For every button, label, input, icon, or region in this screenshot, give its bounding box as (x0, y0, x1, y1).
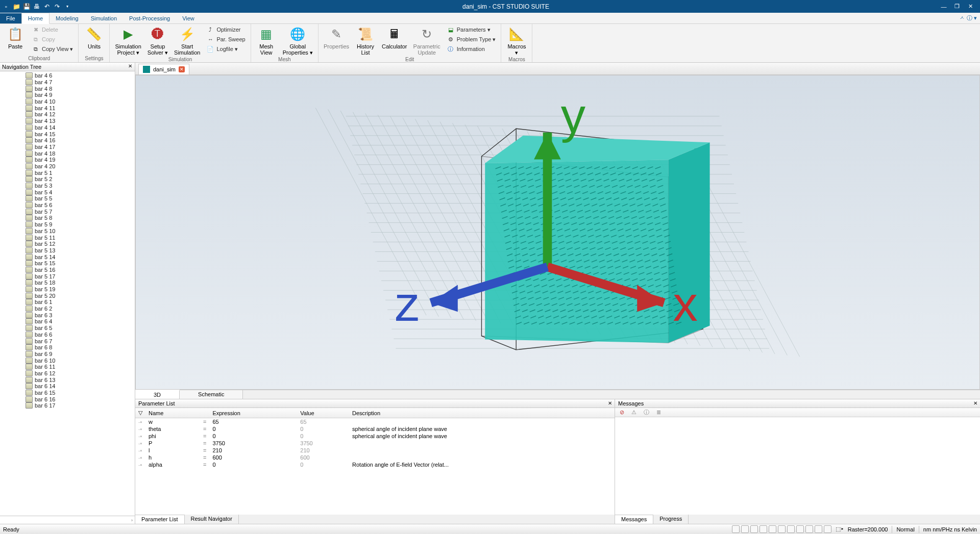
tree-item[interactable]: bar 5 9 (0, 221, 135, 228)
tree-item[interactable]: bar 4 16 (0, 137, 135, 144)
tree-item[interactable]: bar 4 9 (0, 92, 135, 98)
bottom-tab-progress[interactable]: Progress (653, 515, 689, 524)
status-units[interactable]: nm nm/PHz ns Kelvin (923, 526, 977, 532)
messages-close-icon[interactable]: ✕ (972, 400, 978, 406)
macros-button[interactable]: 📐Macros ▾ (504, 25, 529, 57)
tree-item[interactable]: bar 5 20 (0, 292, 135, 299)
tree-item[interactable]: bar 5 18 (0, 279, 135, 286)
tree-item[interactable]: bar 6 6 (0, 332, 135, 338)
problem-type-button[interactable]: ⚙Problem Type ▾ (445, 35, 498, 44)
menu-view[interactable]: View (176, 13, 201, 23)
tree-item[interactable]: bar 5 10 (0, 228, 135, 235)
parameter-row[interactable]: -×theta=00spherical angle of incident pl… (135, 425, 615, 433)
setup-solver-button[interactable]: 🅣Setup Solver ▾ (145, 25, 170, 57)
tree-item[interactable]: bar 4 20 (0, 163, 135, 170)
tree-item[interactable]: bar 6 9 (0, 351, 135, 358)
delete-button[interactable]: ✖Delete (30, 25, 75, 34)
parameter-table[interactable]: ▽ Name Expression Value Description -×w=… (135, 408, 615, 515)
tree-item[interactable]: bar 6 1 (0, 299, 135, 306)
copy-button[interactable]: ⧉Copy (30, 35, 75, 44)
tree-item[interactable]: bar 4 13 (0, 118, 135, 124)
tree-item[interactable]: bar 4 17 (0, 144, 135, 150)
help-icon[interactable]: ⓘ ▾ (967, 14, 977, 22)
parameter-row[interactable]: -×alpha=00Rotation angle of E-field Vect… (135, 461, 615, 468)
document-tab-dani-sim[interactable]: dani_sim ✕ (138, 64, 189, 74)
tree-item[interactable]: bar 5 15 (0, 260, 135, 267)
properties-button[interactable]: ✎Properties (322, 25, 351, 50)
new-file-icon[interactable]: ▫ (2, 3, 10, 11)
tree-item[interactable]: bar 6 2 (0, 306, 135, 312)
bottom-tab-parameter-list[interactable]: Parameter List (135, 515, 185, 524)
tree-item[interactable]: bar 5 5 (0, 195, 135, 202)
parameter-row[interactable]: -×phi=00spherical angle of incident plan… (135, 433, 615, 440)
tree-item[interactable]: bar 5 19 (0, 286, 135, 293)
bottom-tab-messages[interactable]: Messages (615, 515, 653, 524)
doc-close-icon[interactable]: ✕ (179, 66, 185, 72)
tree-item[interactable]: bar 4 18 (0, 150, 135, 157)
menu-simulation[interactable]: Simulation (85, 13, 123, 23)
global-properties-button[interactable]: 🌐Global Properties ▾ (281, 25, 315, 57)
tree-item[interactable]: bar 5 4 (0, 189, 135, 195)
par-sweep-button[interactable]: ↔Par. Sweep (204, 35, 247, 44)
tree-item[interactable]: bar 5 12 (0, 241, 135, 247)
simulation-project-button[interactable]: ▶Simulation Project ▾ (113, 25, 143, 57)
tree-item[interactable]: bar 4 19 (0, 157, 135, 163)
maximize-button[interactable]: ❐ (953, 3, 961, 10)
paramlist-close-icon[interactable]: ✕ (607, 400, 613, 406)
msg-error-icon[interactable]: ⊘ (618, 409, 625, 416)
start-simulation-button[interactable]: ⚡Start Simulation (172, 25, 202, 57)
open-folder-icon[interactable]: 📁 (12, 3, 20, 11)
3d-viewport[interactable]: y x z (135, 75, 980, 390)
qat-dropdown-icon[interactable]: ▾ (63, 3, 71, 11)
tree-item[interactable]: bar 5 7 (0, 208, 135, 215)
tree-item[interactable]: bar 5 8 (0, 215, 135, 221)
tree-item[interactable]: bar 6 14 (0, 383, 135, 390)
tree-item[interactable]: bar 4 15 (0, 131, 135, 137)
information-button[interactable]: ⓘInformation (445, 44, 498, 54)
tree-item[interactable]: bar 6 12 (0, 370, 135, 377)
nav-close-icon[interactable]: ✕ (127, 63, 133, 69)
menu-modeling[interactable]: Modeling (50, 13, 85, 23)
parameter-row[interactable]: -×P=37503750 (135, 440, 615, 447)
history-list-button[interactable]: 📜History List (353, 25, 378, 57)
msg-warning-icon[interactable]: ⚠ (630, 409, 638, 416)
calculator-button[interactable]: 🖩Calculator (380, 25, 409, 50)
tree-item[interactable]: bar 6 8 (0, 344, 135, 351)
view-tab-schematic[interactable]: Schematic (180, 390, 243, 399)
navigation-tree[interactable]: bar 4 6bar 4 7bar 4 8bar 4 9bar 4 10bar … (0, 71, 135, 516)
tree-item[interactable]: bar 6 3 (0, 312, 135, 318)
tree-item[interactable]: bar 5 1 (0, 169, 135, 176)
tree-item[interactable]: bar 6 15 (0, 390, 135, 396)
logfile-button[interactable]: 📄Logfile ▾ (204, 44, 247, 54)
tree-item[interactable]: bar 6 4 (0, 318, 135, 325)
status-view-icons[interactable] (732, 525, 831, 533)
bottom-tab-result-navigator[interactable]: Result Navigator (185, 515, 239, 524)
undo-icon[interactable]: ↶ (43, 3, 51, 11)
msg-list-icon[interactable]: ≣ (655, 409, 662, 416)
tree-item[interactable]: bar 6 7 (0, 338, 135, 344)
tree-item[interactable]: bar 6 10 (0, 357, 135, 364)
tree-item[interactable]: bar 4 10 (0, 98, 135, 105)
tree-item[interactable]: bar 4 8 (0, 85, 135, 92)
tree-item[interactable]: bar 4 6 (0, 72, 135, 79)
save-icon[interactable]: 💾 (22, 3, 31, 11)
print-icon[interactable]: 🖶 (33, 3, 41, 11)
copy-view-button[interactable]: ⧉Copy View ▾ (30, 44, 75, 54)
ribbon-collapse-icon[interactable]: ㅅ (960, 14, 965, 22)
redo-icon[interactable]: ↷ (53, 3, 61, 11)
parameter-row[interactable]: -×w=6565 (135, 418, 615, 426)
tree-item[interactable]: bar 5 16 (0, 267, 135, 273)
tree-item[interactable]: bar 4 14 (0, 124, 135, 131)
axis-gizmo[interactable]: y x z (135, 75, 969, 379)
tree-item[interactable]: bar 6 11 (0, 364, 135, 370)
tree-item[interactable]: bar 6 13 (0, 376, 135, 383)
parametric-update-button[interactable]: ↻Parametric Update (411, 25, 443, 57)
tree-item[interactable]: bar 6 17 (0, 402, 135, 409)
parameter-row[interactable]: -×h=600600 (135, 454, 615, 461)
close-button[interactable]: ✕ (967, 3, 974, 10)
tree-item[interactable]: bar 5 2 (0, 176, 135, 183)
optimizer-button[interactable]: ⤴Optimizer (204, 25, 247, 34)
tree-item[interactable]: bar 6 5 (0, 325, 135, 332)
menu-file[interactable]: File (0, 13, 21, 23)
tree-item[interactable]: bar 5 17 (0, 273, 135, 279)
